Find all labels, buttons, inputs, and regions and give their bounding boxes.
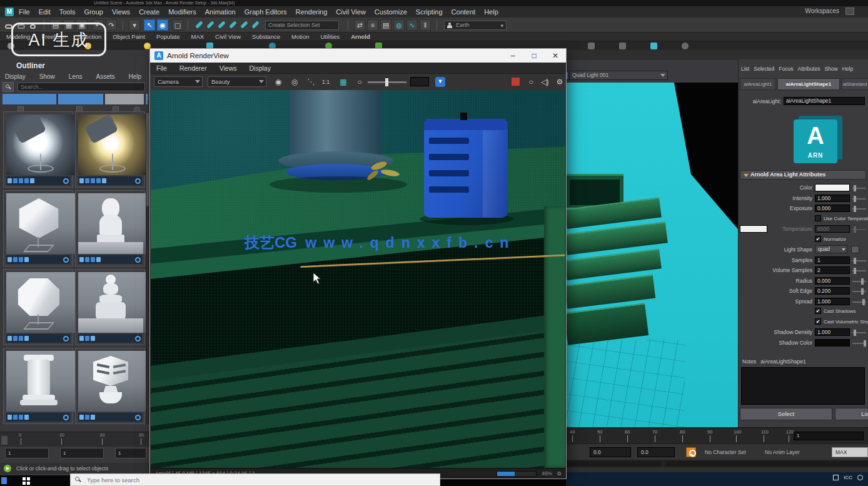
tile-icon[interactable] bbox=[30, 178, 34, 183]
tile-status-icon[interactable] bbox=[135, 336, 141, 342]
tile-type-icon[interactable] bbox=[8, 257, 12, 262]
filter-swatch-blue[interactable] bbox=[3, 94, 56, 104]
render-image[interactable]: 技艺CG www.qdnxxfb.cn bbox=[151, 90, 565, 468]
selection-set-dropdown[interactable]: Create Selection Set bbox=[265, 21, 339, 30]
maximize-button[interactable]: □ bbox=[523, 49, 545, 63]
filter-swatch-blue2[interactable] bbox=[58, 94, 103, 104]
volume-samples-field[interactable]: 2 bbox=[815, 266, 850, 274]
schematic-view-icon[interactable]: ‖ bbox=[420, 19, 431, 31]
arv-menu-display[interactable]: Display bbox=[250, 64, 271, 72]
notes-textarea[interactable] bbox=[741, 367, 865, 405]
cast-shadows-checkbox[interactable]: ✔ bbox=[815, 308, 821, 314]
tile-icon[interactable] bbox=[13, 178, 18, 183]
menu-edit[interactable]: Edit bbox=[39, 8, 51, 16]
menu-views[interactable]: Views bbox=[112, 8, 130, 16]
isolate-selected-icon[interactable]: ▦ bbox=[338, 76, 349, 88]
camera-dropdown[interactable]: Camera bbox=[154, 76, 203, 87]
ribbon-tab[interactable]: Utilities bbox=[321, 33, 340, 40]
workspaces-label[interactable]: Workspaces bbox=[805, 8, 839, 14]
tile-status-icon[interactable] bbox=[135, 415, 141, 420]
ribbon-tab[interactable]: Motion bbox=[291, 33, 310, 40]
menu-file[interactable]: File bbox=[19, 8, 30, 16]
soft-edge-field[interactable]: 0.200 bbox=[815, 287, 850, 295]
radius-slider[interactable] bbox=[852, 281, 866, 282]
angle-snap-icon[interactable] bbox=[206, 21, 214, 29]
normalize-checkbox[interactable]: ✔ bbox=[815, 236, 821, 242]
tile-icon[interactable] bbox=[85, 257, 89, 262]
menu-help[interactable]: Help bbox=[484, 8, 498, 16]
volume-samples-slider[interactable] bbox=[852, 270, 866, 271]
clock-icon[interactable] bbox=[682, 43, 689, 49]
aov-dropdown[interactable]: Beauty bbox=[208, 76, 266, 87]
expand-filters-icon[interactable]: ⋮ bbox=[145, 94, 149, 104]
arv-menu-renderer[interactable]: Renderer bbox=[179, 64, 207, 72]
tile-icon[interactable] bbox=[91, 257, 95, 262]
tile-icon[interactable] bbox=[91, 336, 95, 341]
tile-type-icon[interactable] bbox=[79, 336, 84, 341]
set-key-button[interactable] bbox=[686, 447, 696, 457]
viewport-object-dropdown[interactable]: Quad Light 001 bbox=[569, 71, 668, 80]
panel-icon[interactable] bbox=[619, 43, 626, 49]
teal-grid-icon[interactable] bbox=[650, 43, 657, 49]
tray-app-icon[interactable] bbox=[833, 475, 839, 480]
ribbon-tab[interactable]: Populate bbox=[156, 33, 180, 40]
asset-tile-spotlight-cool[interactable] bbox=[3, 111, 73, 188]
intensity-field[interactable]: 1.000 bbox=[815, 195, 850, 202]
search-button[interactable] bbox=[3, 82, 14, 92]
shadow-color-slider[interactable] bbox=[852, 343, 866, 344]
tile-icon[interactable] bbox=[85, 336, 89, 341]
viewport-area[interactable]: Quad Light 001 bbox=[566, 60, 738, 427]
tray-label[interactable]: ICC bbox=[844, 475, 852, 480]
menu-graph-editors[interactable]: Graph Editors bbox=[245, 8, 287, 16]
tile-icon[interactable] bbox=[24, 257, 29, 262]
ribbon-tab[interactable]: Object Paint bbox=[113, 33, 145, 40]
asset-tile-hedra[interactable] bbox=[3, 190, 73, 266]
samples-slider[interactable] bbox=[852, 260, 866, 261]
close-button[interactable]: ✕ bbox=[545, 49, 566, 63]
cast-volumetric-checkbox[interactable]: ✔ bbox=[815, 318, 821, 325]
tile-status-icon[interactable] bbox=[63, 415, 69, 420]
ae-menu-show[interactable]: Show bbox=[824, 66, 837, 72]
mirror-icon[interactable]: ⇄ bbox=[354, 19, 365, 31]
range-block[interactable] bbox=[666, 461, 868, 467]
ribbon-tab[interactable]: Civil View bbox=[215, 33, 241, 40]
ae-tab-light[interactable]: aiAreaLight1 bbox=[740, 78, 776, 90]
tile-icon[interactable] bbox=[96, 257, 101, 262]
current-time-field[interactable]: 0.0 bbox=[590, 447, 631, 457]
zoom-value-field[interactable] bbox=[410, 77, 429, 86]
audio-notify-icon[interactable]: ◁) bbox=[539, 76, 550, 88]
spread-field[interactable]: 1.000 bbox=[815, 298, 850, 305]
arv-menu-file[interactable]: File bbox=[156, 64, 167, 72]
ae-menu-focus[interactable]: Focus bbox=[779, 66, 793, 72]
playback-speed-field[interactable]: MAX bbox=[832, 447, 868, 457]
lp-menu-help[interactable]: Help bbox=[129, 73, 142, 80]
spinner-field-2[interactable]: 1 bbox=[60, 448, 104, 458]
soft-edge-slider[interactable] bbox=[852, 291, 866, 292]
asset-scrollbar[interactable] bbox=[146, 111, 149, 424]
curve-editor-icon[interactable]: ∿ bbox=[406, 19, 418, 31]
ribbon-tab[interactable]: MAX bbox=[191, 33, 204, 40]
app-logo-icon[interactable]: M bbox=[5, 8, 14, 16]
tile-type-icon[interactable] bbox=[8, 415, 12, 420]
ae-menu-help[interactable]: Help bbox=[842, 66, 853, 72]
tile-icon[interactable] bbox=[19, 178, 23, 183]
viewport-canvas[interactable] bbox=[566, 83, 738, 427]
tile-icon[interactable] bbox=[24, 415, 29, 420]
menu-group[interactable]: Group bbox=[84, 8, 103, 16]
zoom-slider[interactable] bbox=[368, 81, 406, 83]
tile-icon[interactable] bbox=[91, 415, 95, 420]
taskbar-search-input[interactable] bbox=[70, 473, 440, 486]
pixel-probe-icon[interactable]: ⋱ bbox=[305, 76, 316, 88]
menu-civil-view[interactable]: Civil View bbox=[336, 8, 365, 16]
use-temp-checkbox[interactable] bbox=[815, 215, 821, 221]
stop-render-icon[interactable] bbox=[512, 78, 520, 86]
asset-tile-spotlight-warm[interactable] bbox=[75, 111, 145, 188]
tile-icon[interactable] bbox=[13, 336, 18, 341]
node-name-field[interactable]: aiAreaLightShape1 bbox=[784, 97, 865, 105]
light-shape-dropdown[interactable]: quad bbox=[815, 245, 847, 253]
profile-dropdown[interactable]: Earth ▾ bbox=[444, 21, 507, 30]
menu-scripting[interactable]: Scripting bbox=[416, 8, 443, 16]
snap-25d-icon[interactable] bbox=[251, 21, 260, 29]
tile-icon[interactable] bbox=[19, 336, 23, 341]
menu-tools[interactable]: Tools bbox=[59, 8, 76, 16]
